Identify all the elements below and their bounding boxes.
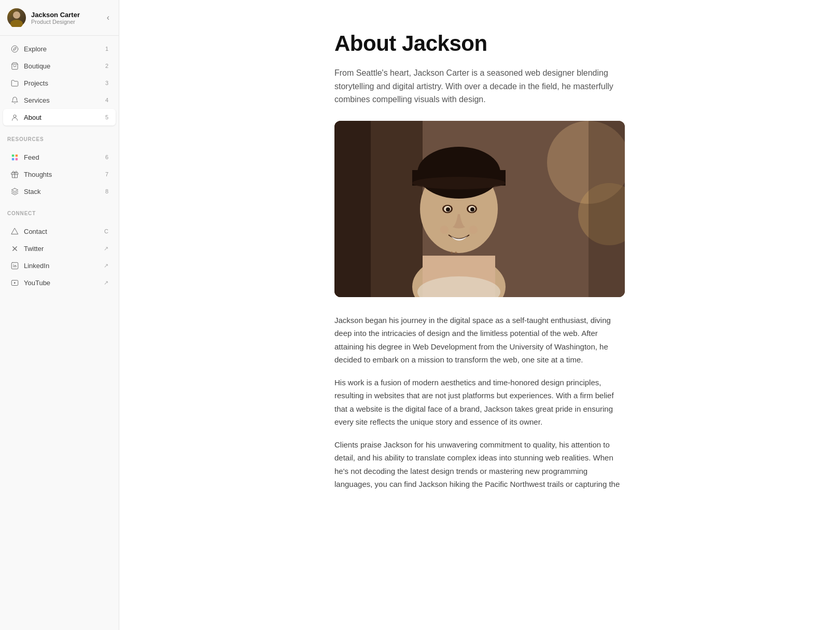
- connect-nav: Contact C Twitter ↗ LinkedIn ↗ YouTube ↗: [0, 218, 119, 296]
- explore-badge: 1: [105, 46, 108, 52]
- contact-label: Contact: [24, 228, 47, 235]
- linkedin-icon: [10, 261, 19, 270]
- intro-paragraph: From Seattle's heart, Jackson Carter is …: [334, 66, 625, 106]
- sidebar-item-boutique[interactable]: Boutique 2: [3, 58, 116, 74]
- svg-point-2: [11, 46, 18, 52]
- body-para-2: His work is a fusion of modern aesthetic…: [334, 376, 625, 429]
- svg-marker-13: [11, 228, 18, 234]
- thoughts-badge: 7: [105, 171, 108, 177]
- shopping-bag-icon: [10, 62, 19, 70]
- profile-title: Product Designer: [31, 19, 80, 25]
- svg-marker-3: [13, 47, 16, 50]
- twitter-label: Twitter: [24, 245, 44, 253]
- stack-label: Stack: [24, 188, 41, 195]
- feed-badge: 6: [105, 154, 108, 160]
- svg-rect-8: [11, 158, 13, 160]
- triangle-icon: [10, 227, 19, 235]
- svg-point-1: [10, 20, 23, 27]
- linkedin-badge: ↗: [104, 262, 108, 269]
- layers-icon: [10, 187, 19, 195]
- body-para-1: Jackson began his journey in the digital…: [334, 314, 625, 367]
- svg-point-35: [446, 207, 450, 212]
- compass-icon: [10, 45, 19, 53]
- svg-rect-7: [15, 154, 17, 156]
- svg-rect-41: [589, 121, 625, 297]
- svg-point-5: [13, 115, 16, 117]
- sidebar-item-explore[interactable]: Explore 1: [3, 40, 116, 57]
- sidebar-item-thoughts[interactable]: Thoughts 7: [3, 166, 116, 183]
- sidebar-item-feed[interactable]: Feed 6: [3, 149, 116, 165]
- gift-icon: [10, 170, 19, 178]
- contact-badge: C: [104, 228, 108, 234]
- body-para-3: Clients praise Jackson for his unwaverin…: [334, 438, 625, 491]
- resources-section-label: RESOURCES: [0, 130, 119, 144]
- sidebar-item-services[interactable]: Services 4: [3, 92, 116, 108]
- page-title: About Jackson: [334, 31, 625, 56]
- sidebar: Jackson Carter Product Designer ‹ Explor…: [0, 0, 119, 630]
- x-twitter-icon: [10, 244, 19, 253]
- youtube-label: YouTube: [24, 279, 50, 287]
- youtube-badge: ↗: [104, 279, 108, 286]
- profile-image: ✦✦: [334, 121, 625, 297]
- about-label: About: [24, 114, 41, 121]
- collapse-sidebar-button[interactable]: ‹: [105, 11, 111, 24]
- feed-label: Feed: [24, 153, 39, 161]
- services-label: Services: [24, 96, 50, 104]
- sidebar-item-linkedin[interactable]: LinkedIn ↗: [3, 257, 116, 274]
- svg-point-30: [412, 177, 506, 189]
- svg-point-0: [13, 11, 20, 19]
- sidebar-item-contact[interactable]: Contact C: [3, 223, 116, 240]
- stack-badge: 8: [105, 188, 108, 194]
- bell-icon: [10, 96, 19, 104]
- svg-rect-6: [11, 154, 13, 156]
- connect-section-label: CONNECT: [0, 204, 119, 218]
- projects-badge: 3: [105, 80, 108, 86]
- linkedin-label: LinkedIn: [24, 262, 49, 270]
- folder-icon: [10, 79, 19, 87]
- thoughts-label: Thoughts: [24, 171, 52, 178]
- about-badge: 5: [105, 114, 108, 120]
- about-content: About Jackson From Seattle's heart, Jack…: [314, 0, 646, 542]
- profile-section: Jackson Carter Product Designer ‹: [0, 0, 119, 36]
- explore-label: Explore: [24, 45, 47, 53]
- main-content: About Jackson From Seattle's heart, Jack…: [119, 0, 840, 630]
- user-icon: [10, 113, 19, 121]
- sidebar-item-youtube[interactable]: YouTube ↗: [3, 274, 116, 291]
- grid-icon: [10, 153, 19, 161]
- sidebar-item-about[interactable]: About 5: [3, 109, 116, 125]
- svg-marker-19: [14, 282, 16, 284]
- boutique-badge: 2: [105, 63, 108, 69]
- main-nav: Explore 1 Boutique 2 Projects 3 Services…: [0, 36, 119, 130]
- resources-nav: Feed 6 Thoughts 7 Stack 8: [0, 144, 119, 204]
- sidebar-item-projects[interactable]: Projects 3: [3, 75, 116, 91]
- svg-point-38: [469, 226, 478, 234]
- avatar: [7, 8, 26, 27]
- profile-name: Jackson Carter: [31, 11, 80, 19]
- svg-point-37: [440, 226, 449, 234]
- boutique-label: Boutique: [24, 62, 50, 70]
- svg-text:✦✦: ✦✦: [450, 250, 458, 256]
- sidebar-item-stack[interactable]: Stack 8: [3, 183, 116, 200]
- projects-label: Projects: [24, 79, 48, 87]
- svg-rect-40: [334, 121, 371, 297]
- twitter-badge: ↗: [104, 245, 108, 252]
- svg-point-36: [470, 207, 474, 212]
- youtube-icon: [10, 278, 19, 287]
- sidebar-item-twitter[interactable]: Twitter ↗: [3, 240, 116, 257]
- services-badge: 4: [105, 97, 108, 103]
- svg-marker-12: [11, 188, 18, 191]
- svg-rect-9: [15, 158, 17, 160]
